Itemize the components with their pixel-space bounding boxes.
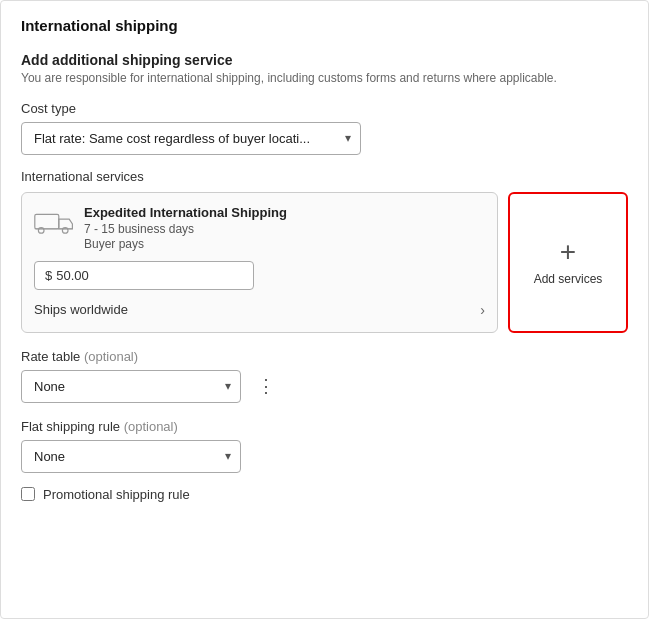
rate-table-select[interactable]: None [21,370,241,403]
promo-checkbox[interactable] [21,487,35,501]
flat-rule-row: None ▾ [21,440,628,473]
cost-type-label: Cost type [21,101,628,116]
truck-icon [34,207,74,237]
international-services-section: International services Expedited Interna… [21,169,628,333]
rate-table-more-button[interactable]: ⋮ [251,373,282,399]
svg-rect-0 [35,214,59,228]
service-buyer: Buyer pays [84,237,287,251]
add-services-card[interactable]: + Add services [508,192,628,333]
rate-table-row: None ▾ ⋮ [21,370,628,403]
flat-rule-select-wrapper[interactable]: None ▾ [21,440,241,473]
rate-table-section: Rate table (optional) None ▾ ⋮ [21,349,628,403]
ships-worldwide-row[interactable]: Ships worldwide › [34,300,485,320]
flat-rule-label: Flat shipping rule (optional) [21,419,628,434]
ships-chevron-icon: › [480,302,485,318]
service-card: Expedited International Shipping 7 - 15 … [21,192,498,333]
rate-table-label: Rate table (optional) [21,349,628,364]
price-input[interactable] [56,268,136,283]
cost-type-select-wrapper[interactable]: Flat rate: Same cost regardless of buyer… [21,122,361,155]
rate-table-select-wrapper[interactable]: None ▾ [21,370,241,403]
service-days: 7 - 15 business days [84,222,287,236]
page-title: International shipping [21,17,628,34]
service-info: Expedited International Shipping 7 - 15 … [84,205,287,251]
international-shipping-panel: International shipping Add additional sh… [0,0,649,619]
ships-to-text: Ships worldwide [34,302,128,317]
price-input-wrapper: $ [34,261,254,290]
flat-rule-select[interactable]: None [21,440,241,473]
add-service-section: Add additional shipping service You are … [21,52,628,87]
promo-label: Promotional shipping rule [43,487,190,502]
flat-rule-optional: (optional) [124,419,178,434]
add-service-desc: You are responsible for international sh… [21,70,628,87]
cost-type-field: Cost type Flat rate: Same cost regardles… [21,101,628,155]
add-services-plus-icon: + [560,238,576,266]
flat-rule-section: Flat shipping rule (optional) None ▾ [21,419,628,473]
price-currency: $ [45,268,52,283]
add-services-label: Add services [534,272,603,286]
cost-type-select[interactable]: Flat rate: Same cost regardless of buyer… [21,122,361,155]
intl-services-label: International services [21,169,628,184]
service-name: Expedited International Shipping [84,205,287,220]
rate-table-optional: (optional) [84,349,138,364]
add-service-title: Add additional shipping service [21,52,628,68]
promo-row: Promotional shipping rule [21,487,628,502]
services-row: Expedited International Shipping 7 - 15 … [21,192,628,333]
service-header: Expedited International Shipping 7 - 15 … [34,205,485,251]
